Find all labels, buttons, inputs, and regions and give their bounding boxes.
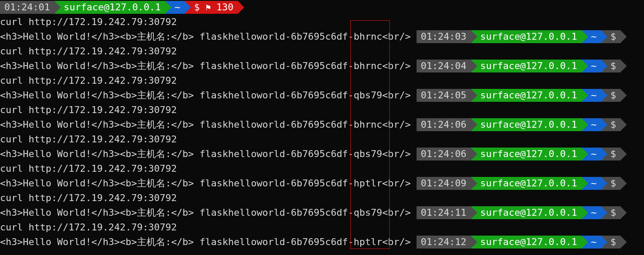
command-row: curl http://172.19.242.79:30792 [0,161,644,176]
curl-output: <h3>Hello World!</h3><b>主机名:</b> flaskhe… [0,148,411,159]
output-row: <h3>Hello World!</h3><b>主机名:</b> flaskhe… [0,59,644,73]
output-row: <h3>Hello World!</h3><b>主机名:</b> flaskhe… [0,176,644,191]
command-text: curl http://172.19.242.79:30792 [0,163,177,174]
curl-output: <h3>Hello World!</h3><b>主机名:</b> flaskhe… [0,60,411,71]
command-row: curl http://172.19.242.79:30792 [0,132,644,147]
command-text: curl http://172.19.242.79:30792 [0,192,177,203]
initial-prompt-row: 01:24:01surface@127.0.0.1~$ ⚑ 130 [0,0,644,15]
output-row: <h3>Hello World!</h3><b>主机名:</b> flaskhe… [0,117,644,132]
command-text: curl http://172.19.242.79:30792 [0,134,177,145]
command-text: curl http://172.19.242.79:30792 [0,46,177,57]
curl-output: <h3>Hello World!</h3><b>主机名:</b> flaskhe… [0,207,411,218]
command-text: curl http://172.19.242.79:30792 [0,16,177,27]
terminal[interactable]: 01:24:01surface@127.0.0.1~$ ⚑ 130curl ht… [0,0,644,249]
command-text: curl http://172.19.242.79:30792 [0,75,177,86]
output-row: <h3>Hello World!</h3><b>主机名:</b> flaskhe… [0,88,644,103]
prompt-chain: 01:24:05surface@127.0.0.1~$ [417,89,621,102]
prompt-chain: 01:24:09surface@127.0.0.1~$ [417,177,621,190]
prompt-chain: 01:24:03surface@127.0.0.1~$ [417,30,621,43]
curl-output: <h3>Hello World!</h3><b>主机名:</b> flaskhe… [0,236,411,247]
output-row: <h3>Hello World!</h3><b>主机名:</b> flaskhe… [0,147,644,161]
command-text: curl http://172.19.242.79:30792 [0,104,177,115]
prompt-chain: 01:24:06surface@127.0.0.1~$ [417,118,621,131]
output-row: <h3>Hello World!</h3><b>主机名:</b> flaskhe… [0,235,644,249]
curl-output: <h3>Hello World!</h3><b>主机名:</b> flaskhe… [0,178,411,189]
command-row: curl http://172.19.242.79:30792 [0,191,644,205]
prompt-chain: 01:24:06surface@127.0.0.1~$ [417,148,621,161]
command-row: curl http://172.19.242.79:30792 [0,44,644,59]
command-row: curl http://172.19.242.79:30792 [0,73,644,88]
curl-output: <h3>Hello World!</h3><b>主机名:</b> flaskhe… [0,90,411,101]
curl-output: <h3>Hello World!</h3><b>主机名:</b> flaskhe… [0,119,411,130]
prompt-chain: 01:24:12surface@127.0.0.1~$ [417,236,621,249]
prompt-chain: 01:24:04surface@127.0.0.1~$ [417,60,621,72]
command-row: curl http://172.19.242.79:30792 [0,15,644,29]
command-row: curl http://172.19.242.79:30792 [0,103,644,117]
prompt-chain: 01:24:11surface@127.0.0.1~$ [417,206,621,219]
command-row: curl http://172.19.242.79:30792 [0,220,644,235]
curl-output: <h3>Hello World!</h3><b>主机名:</b> flaskhe… [0,31,411,42]
command-text: curl http://172.19.242.79:30792 [0,222,177,233]
output-row: <h3>Hello World!</h3><b>主机名:</b> flaskhe… [0,29,644,44]
initial-prompt[interactable]: 01:24:01surface@127.0.0.1~$ ⚑ 130 [0,1,238,14]
output-row: <h3>Hello World!</h3><b>主机名:</b> flaskhe… [0,205,644,220]
